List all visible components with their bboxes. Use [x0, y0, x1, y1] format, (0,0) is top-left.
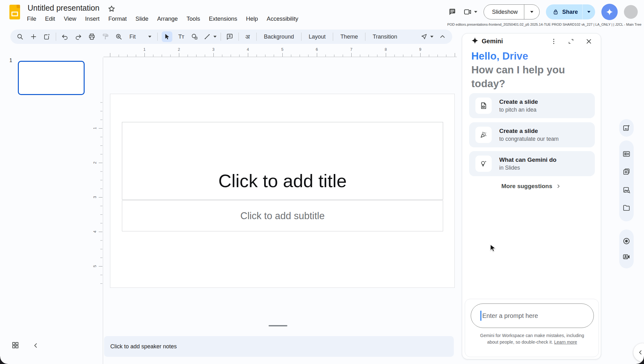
collapse-filmstrip-icon[interactable]	[32, 342, 39, 349]
menu-slide[interactable]: Slide	[135, 15, 148, 22]
new-slide-icon[interactable]	[29, 32, 38, 41]
suggestion-card-pitch[interactable]: Create a slide to pitch an idea	[469, 93, 595, 118]
menu-view[interactable]: View	[64, 15, 76, 22]
pen-tool-button[interactable]	[420, 33, 433, 40]
slide-canvas[interactable]: Click to add title Click to add subtitle	[110, 94, 455, 288]
transition-button[interactable]: Transition	[369, 34, 400, 40]
menu-format[interactable]: Format	[108, 15, 127, 22]
pen-caret-icon	[430, 36, 433, 38]
ruler-label: 5	[281, 47, 284, 52]
ruler-label: 7	[350, 47, 353, 52]
horizontal-ruler	[103, 57, 457, 57]
slides-logo-icon[interactable]	[9, 5, 20, 19]
share-button[interactable]: Share	[546, 4, 595, 19]
prompt-section: Gemini for Workspace can make mistakes, …	[465, 299, 599, 357]
laser-pointer-icon	[420, 33, 428, 40]
account-avatar[interactable]	[624, 5, 638, 19]
mouse-cursor	[490, 244, 498, 253]
main-toolbar: Fit Tт अ Background Layout Theme Transit…	[10, 29, 452, 44]
slideshow-button[interactable]: Slideshow	[484, 4, 540, 19]
grid-view-icon[interactable]	[11, 341, 19, 349]
folder-icon[interactable]	[622, 203, 631, 213]
paint-format-icon[interactable]	[101, 32, 110, 41]
join-call-button[interactable]	[463, 8, 477, 16]
toolbar-divider	[333, 33, 333, 41]
toolbar-divider	[365, 33, 365, 41]
new-slide-template-icon[interactable]	[42, 32, 52, 41]
zoom-icon[interactable]	[114, 32, 123, 41]
card-subtitle: to congratulate our team	[499, 136, 559, 142]
expand-panel-icon[interactable]	[565, 36, 577, 47]
share-dropdown[interactable]	[583, 11, 595, 13]
layout-button[interactable]: Layout	[306, 34, 329, 40]
overflow-menu-icon[interactable]	[548, 36, 559, 47]
line-tool-button[interactable]	[203, 33, 217, 40]
gemini-fab-button[interactable]	[601, 4, 618, 20]
search-menus-icon[interactable]	[15, 32, 25, 41]
slide-thumbnail[interactable]	[18, 61, 85, 95]
ruler-label: 1	[93, 127, 97, 129]
theme-button[interactable]: Theme	[337, 34, 361, 40]
text-box-icon[interactable]: Tт	[176, 32, 186, 41]
comments-icon[interactable]	[448, 7, 457, 17]
background-button[interactable]: Background	[261, 34, 297, 40]
toolbar-divider	[301, 33, 301, 41]
menu-arrange[interactable]: Arrange	[157, 15, 178, 22]
header-actions: Slideshow Share	[448, 4, 638, 20]
redo-icon[interactable]	[74, 32, 83, 41]
zoom-select[interactable]: Fit	[128, 34, 153, 40]
filmstrip-canvas-divider	[103, 57, 103, 364]
gemini-panel: Gemini Hello, Drive How can I help you t…	[462, 33, 601, 359]
close-panel-icon[interactable]	[583, 36, 594, 47]
camera-person-icon[interactable]	[622, 252, 631, 261]
greeting-line: Hello, Drive	[471, 49, 601, 63]
menu-file[interactable]: File	[27, 15, 36, 22]
subtitle-placeholder[interactable]: Click to add subtitle	[122, 200, 443, 231]
insert-image-sparkle-icon[interactable]	[622, 123, 631, 133]
screen-corner	[0, 356, 8, 364]
join-call-caret-icon	[474, 11, 477, 13]
screen-corner	[636, 356, 644, 364]
prompt-input[interactable]	[471, 303, 594, 328]
gemini-greeting: Hello, Drive How can I help you today?	[471, 49, 601, 91]
zoom-value: Fit	[129, 34, 136, 40]
learn-more-link[interactable]: Learn more	[554, 340, 577, 345]
star-icon[interactable]	[107, 5, 116, 13]
image-search-icon[interactable]	[622, 185, 631, 195]
slide-document-icon	[475, 98, 492, 114]
card-title: What can Gemini do	[499, 156, 557, 163]
ruler-label: 5	[93, 265, 97, 267]
toolbar-divider	[56, 33, 56, 41]
insert-comment-icon[interactable]	[225, 32, 234, 41]
speaker-notes[interactable]: Click to add speaker notes	[104, 336, 454, 357]
ruler-label: 2	[178, 47, 180, 52]
menu-extensions[interactable]: Extensions	[209, 15, 238, 22]
menu-edit[interactable]: Edit	[45, 15, 55, 22]
suggestion-card-congratulate[interactable]: Create a slide to congratulate our team	[469, 122, 595, 147]
input-tools-icon[interactable]: अ	[243, 32, 252, 41]
print-icon[interactable]	[87, 32, 97, 41]
photos-icon[interactable]	[622, 167, 631, 177]
slideshow-label: Slideshow	[484, 9, 524, 15]
slideshow-dropdown[interactable]	[524, 11, 539, 13]
suggestion-card-what-can-gemini-do[interactable]: What can Gemini do in Slides	[469, 151, 595, 176]
document-title[interactable]: Untitled presentation	[28, 3, 99, 13]
undo-icon[interactable]	[60, 32, 70, 41]
notes-resize-handle[interactable]	[269, 325, 287, 326]
party-popper-icon	[475, 127, 492, 143]
menu-accessibility[interactable]: Accessibility	[267, 15, 298, 22]
menu-help[interactable]: Help	[246, 15, 258, 22]
select-tool-button[interactable]	[162, 31, 172, 42]
shape-icon[interactable]	[190, 32, 199, 41]
article-template-icon[interactable]	[622, 149, 631, 159]
gemini-sparkle-icon	[471, 37, 479, 46]
share-label: Share	[559, 9, 582, 15]
record-icon[interactable]	[622, 236, 631, 246]
menu-tools[interactable]: Tools	[186, 15, 200, 22]
menu-insert[interactable]: Insert	[85, 15, 99, 22]
title-placeholder[interactable]: Click to add title	[122, 122, 443, 200]
collapse-toolbar-icon[interactable]	[438, 32, 447, 41]
gemini-sparkle-icon	[605, 8, 614, 16]
line-caret-icon	[213, 36, 217, 38]
more-suggestions-button[interactable]: More suggestions	[462, 183, 601, 190]
